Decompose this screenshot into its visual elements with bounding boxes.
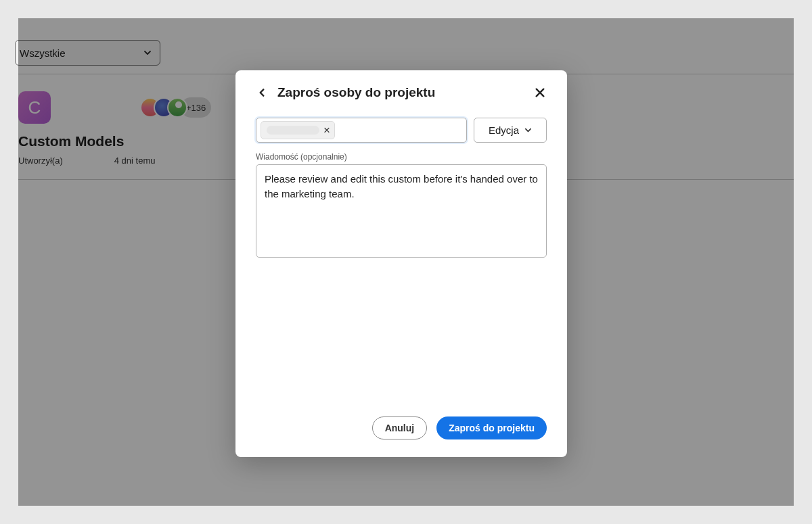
role-select[interactable]: Edycja (474, 118, 547, 143)
back-button[interactable] (256, 87, 268, 99)
invitee-chip-text (267, 126, 319, 135)
role-select-label: Edycja (489, 124, 519, 136)
chevron-down-icon (524, 126, 532, 134)
message-textarea[interactable] (256, 164, 547, 258)
invite-button[interactable]: Zaproś do projektu (436, 416, 547, 439)
chip-remove-button[interactable]: × (323, 124, 330, 136)
modal-title: Zaproś osoby do projektu (277, 85, 524, 100)
message-label: Wiadomość (opcjonalnie) (256, 152, 547, 162)
close-icon (535, 87, 545, 98)
invitee-chip: × (261, 121, 335, 139)
invitee-input[interactable]: × (256, 118, 467, 143)
close-button[interactable] (533, 86, 547, 99)
invite-row: × Edycja (256, 118, 547, 143)
modal-header: Zaproś osoby do projektu (256, 85, 547, 100)
cancel-button[interactable]: Anuluj (372, 416, 428, 439)
invite-modal: Zaproś osoby do projektu × Edycja Wiadom… (235, 70, 567, 457)
chevron-left-icon (257, 88, 267, 97)
modal-footer: Anuluj Zaproś do projektu (256, 416, 547, 439)
